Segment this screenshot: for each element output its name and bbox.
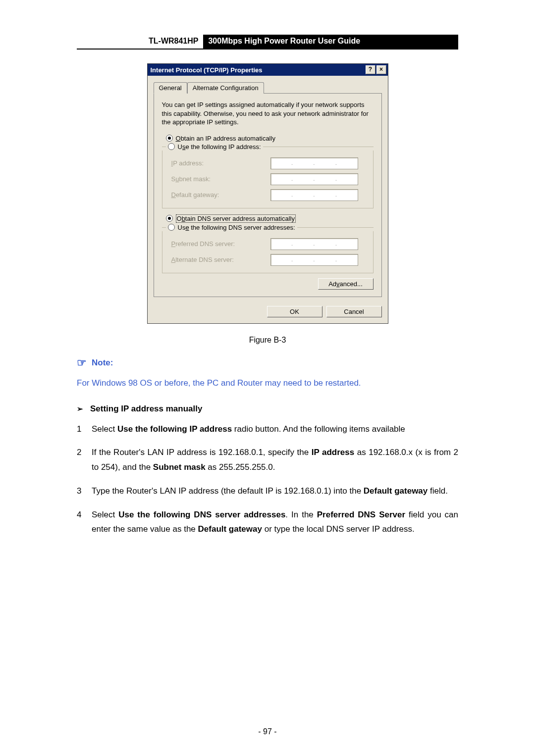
radio-icon (168, 224, 175, 231)
tcpip-properties-dialog: Internet Protocol (TCP/IP) Properties ? … (147, 63, 388, 324)
ok-button[interactable]: OK (267, 306, 322, 317)
ip-address-input[interactable]: ... (270, 157, 358, 169)
radio-icon (168, 143, 175, 150)
field-subnet-mask: Subnet mask: ... (167, 171, 368, 187)
header-rule (77, 49, 458, 50)
dns-fields-group: Preferred DNS server: ... Alternate DNS … (162, 231, 374, 273)
preferred-dns-input[interactable]: ... (270, 238, 358, 250)
field-ip-address: IP address: ... (167, 155, 368, 171)
field-alternate-dns: Alternate DNS server: ... (167, 252, 368, 268)
step-1: Select Use the following IP address radi… (77, 422, 458, 437)
advanced-button[interactable]: Advanced... (318, 278, 374, 290)
radio-icon (166, 135, 173, 142)
help-button[interactable]: ? (366, 65, 375, 74)
section-heading: ➢ Setting IP address manually (77, 404, 458, 414)
ip-fields-group: IP address: ... Subnet mask: ... Default… (162, 151, 374, 208)
model-label: TL-WR841HP (144, 35, 203, 49)
alternate-dns-input[interactable]: ... (270, 254, 358, 266)
cancel-button[interactable]: Cancel (326, 306, 382, 317)
tab-general[interactable]: General (154, 82, 187, 94)
radio-use-following-dns[interactable]: Use the following DNS server addresses: (162, 224, 374, 231)
doc-title: 300Mbps High Power Router User Guide (203, 35, 458, 49)
pointing-hand-icon: ☞ (77, 357, 87, 368)
note-heading: ☞ Note: (77, 357, 458, 368)
step-4: Select Use the following DNS server addr… (77, 507, 458, 537)
radio-icon (166, 215, 173, 222)
radio-use-following-ip[interactable]: Use the following IP address: (162, 143, 374, 151)
dialog-titlebar: Internet Protocol (TCP/IP) Properties ? … (148, 64, 388, 76)
step-2: If the Router's LAN IP address is 192.16… (77, 445, 458, 475)
page-number: - 97 - (0, 727, 535, 736)
page: TL-WR841HP 300Mbps High Power Router Use… (0, 0, 535, 756)
document-header: TL-WR841HP 300Mbps High Power Router Use… (144, 35, 458, 49)
step-list: Select Use the following IP address radi… (77, 422, 458, 537)
dialog-title: Internet Protocol (TCP/IP) Properties (151, 66, 263, 74)
default-gateway-input[interactable]: ... (270, 189, 358, 201)
dialog-figure: Internet Protocol (TCP/IP) Properties ? … (77, 63, 458, 324)
tab-alternate-configuration[interactable]: Alternate Configuration (187, 82, 264, 94)
dialog-description: You can get IP settings assigned automat… (162, 101, 374, 127)
note-text: For Windows 98 OS or before, the PC and … (77, 378, 458, 388)
close-button[interactable]: × (376, 65, 386, 74)
field-default-gateway: Default gateway: ... (167, 187, 368, 203)
radio-obtain-ip-auto[interactable]: Obtain an IP address automatically (162, 134, 374, 143)
field-preferred-dns: Preferred DNS server: ... (167, 236, 368, 252)
step-3: Type the Router's LAN IP address (the de… (77, 484, 458, 499)
chevron-right-icon: ➢ (77, 404, 83, 413)
radio-obtain-dns-auto[interactable]: Obtain DNS server address automatically (162, 213, 374, 224)
figure-caption: Figure B-3 (77, 336, 458, 345)
section-title: Setting IP address manually (90, 404, 202, 414)
tab-panel-general: You can get IP settings assigned automat… (154, 93, 382, 297)
subnet-mask-input[interactable]: ... (270, 173, 358, 185)
tab-strip: General Alternate Configuration (154, 82, 382, 94)
note-label: Note: (92, 358, 113, 368)
